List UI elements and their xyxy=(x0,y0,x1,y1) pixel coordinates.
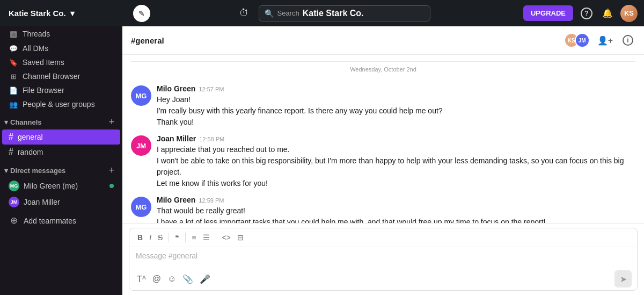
hash-icon: # xyxy=(9,147,13,157)
code-button[interactable]: <> xyxy=(219,232,233,243)
sidebar-item-people-groups[interactable]: 👥 People & user groups xyxy=(2,97,120,111)
user-avatar[interactable]: KS xyxy=(620,5,638,22)
quote-button[interactable]: ❝ xyxy=(172,232,182,243)
attach-button[interactable]: 📎 xyxy=(180,272,195,286)
compose-placeholder: Message #general xyxy=(136,251,197,260)
channel-name: general xyxy=(18,133,43,141)
add-member-button[interactable]: 👤+ xyxy=(595,33,615,48)
dm-item-milo[interactable]: MG Milo Green (me) xyxy=(2,178,120,194)
ordered-list-button[interactable]: ≡ xyxy=(189,232,199,243)
avatar-milo: MG xyxy=(131,85,151,106)
channel-item-random[interactable]: # random xyxy=(2,145,120,160)
emoji-icon: ☺ xyxy=(167,274,176,284)
send-button[interactable]: ➤ xyxy=(614,270,632,287)
message-line: I appreciate that you reached out to me. xyxy=(157,144,635,155)
strikethrough-button[interactable]: S xyxy=(155,232,165,243)
compose-area: B I S ❝ ≡ ☰ <> ⊟ Message #general xyxy=(122,223,644,295)
toolbar-divider xyxy=(185,233,186,242)
sidebar-item-all-dms[interactable]: 💬 All DMs xyxy=(2,41,120,55)
message-row: MG Milo Green 12:57 PM Hey Joan! I'm rea… xyxy=(122,81,644,131)
info-button[interactable]: i xyxy=(620,33,635,48)
unordered-list-button[interactable]: ☰ xyxy=(200,232,213,243)
avatar-joan: JM xyxy=(131,135,151,156)
milo-avatar: MG xyxy=(9,181,19,191)
help-button[interactable]: ? xyxy=(579,5,595,21)
add-teammates-button[interactable]: ⊕ Add teammates xyxy=(2,212,120,229)
sidebar-item-saved-items[interactable]: 🔖 Saved Items xyxy=(2,55,120,69)
upgrade-button[interactable]: UPGRADE xyxy=(523,5,573,21)
sidebar-item-label: All DMs xyxy=(23,44,48,53)
message-row: JM Joan Miller 12:58 PM I appreciate tha… xyxy=(122,131,644,192)
quote-icon: ❝ xyxy=(175,233,179,242)
mention-icon: @ xyxy=(152,274,161,284)
channel-title: #general xyxy=(131,36,164,45)
message-line: Thank you! xyxy=(157,117,635,128)
toolbar-divider xyxy=(216,233,216,242)
search-bar[interactable]: 🔍 Search Katie Stark Co. xyxy=(259,5,430,21)
channel-browser-icon: ⊞ xyxy=(9,73,18,81)
message-header: Milo Green 12:57 PM xyxy=(157,84,635,93)
member-avatars[interactable]: KS JM xyxy=(564,33,590,48)
send-icon: ➤ xyxy=(620,274,627,284)
emoji-button[interactable]: ☺ xyxy=(165,272,178,286)
channels-section-label[interactable]: ▾ Channels xyxy=(4,118,42,126)
message-content: Joan Miller 12:58 PM I appreciate that y… xyxy=(157,134,635,189)
notifications-button[interactable]: 🔔 xyxy=(600,6,615,20)
add-teammates-label: Add teammates xyxy=(24,217,76,225)
dm-section: ▾ Direct messages + xyxy=(0,160,122,178)
workspace-selector[interactable]: Katie Stark Co. ▾ xyxy=(6,9,129,18)
sidebar-item-threads[interactable]: ▦ Threads xyxy=(2,26,120,41)
message-text: That would be really great! I have a lot… xyxy=(157,205,635,223)
history-button[interactable]: ⏱ xyxy=(236,4,252,22)
message-time: 12:59 PM xyxy=(199,197,224,204)
message-row: MG Milo Green 12:59 PM That would be rea… xyxy=(122,192,644,223)
dm-section-label[interactable]: ▾ Direct messages xyxy=(4,167,65,175)
messages-container: Wednesday, October 2nd MG Milo Green 12:… xyxy=(122,55,644,223)
chat-header-right: KS JM 👤+ i xyxy=(564,33,635,48)
saved-icon: 🔖 xyxy=(9,59,18,67)
online-status xyxy=(109,184,114,188)
message-text: Hey Joan! I'm really busy with this year… xyxy=(157,94,635,128)
author-name: Milo Green xyxy=(157,84,195,93)
compose-bottom: Tᴬ @ ☺ 📎 🎤 xyxy=(129,268,637,290)
message-time: 12:57 PM xyxy=(199,86,224,92)
strike-icon: S xyxy=(158,233,163,242)
compose-input[interactable]: Message #general xyxy=(129,247,637,268)
chevron-down-icon: ▾ xyxy=(70,9,75,18)
compose-box: B I S ❝ ≡ ☰ <> ⊟ Message #general xyxy=(129,228,638,291)
search-icon: 🔍 xyxy=(265,9,274,18)
message-line: I have a lot of less important tasks tha… xyxy=(157,217,635,223)
dm-item-joan[interactable]: JM Joan Miller xyxy=(2,194,120,210)
main-layout: ▦ Threads 💬 All DMs 🔖 Saved Items ⊞ Chan… xyxy=(0,26,644,295)
compose-bottom-tools: Tᴬ @ ☺ 📎 🎤 xyxy=(135,272,213,286)
message-header: Milo Green 12:59 PM xyxy=(157,196,635,204)
add-channel-button[interactable]: + xyxy=(105,116,118,128)
text-format-button[interactable]: Tᴬ xyxy=(135,272,148,286)
sidebar-item-channel-browser[interactable]: ⊞ Channel Browser xyxy=(2,69,120,83)
add-dm-button[interactable]: + xyxy=(105,164,118,177)
edit-button[interactable]: ✎ xyxy=(133,5,150,22)
add-person-icon: 👤+ xyxy=(597,35,613,46)
sidebar-item-label: File Browser xyxy=(23,86,64,95)
dm-name: Milo Green (me) xyxy=(24,182,78,190)
sidebar-item-label: Threads xyxy=(23,30,50,38)
message-line: Hey Joan! xyxy=(157,94,635,105)
author-name: Joan Miller xyxy=(157,134,196,143)
mention-button[interactable]: @ xyxy=(150,272,163,286)
file-browser-icon: 📄 xyxy=(9,87,18,95)
chevron-icon: ▾ xyxy=(4,118,8,126)
code-block-button[interactable]: ⊟ xyxy=(235,232,246,243)
message-line: I'm really busy with this yearly finance… xyxy=(157,105,635,117)
mic-button[interactable]: 🎤 xyxy=(197,272,213,286)
channels-section: ▾ Channels + xyxy=(0,111,122,129)
mic-icon: 🎤 xyxy=(200,274,210,284)
channel-item-general[interactable]: # general xyxy=(2,129,120,145)
chevron-icon: ▾ xyxy=(4,167,8,175)
sidebar-item-file-browser[interactable]: 📄 File Browser xyxy=(2,83,120,97)
message-content: Milo Green 12:59 PM That would be really… xyxy=(157,196,635,223)
people-icon: 👥 xyxy=(9,100,18,109)
channel-name: random xyxy=(18,148,43,156)
bold-button[interactable]: B xyxy=(135,232,145,243)
bell-icon: 🔔 xyxy=(602,8,613,18)
italic-button[interactable]: I xyxy=(147,232,154,243)
